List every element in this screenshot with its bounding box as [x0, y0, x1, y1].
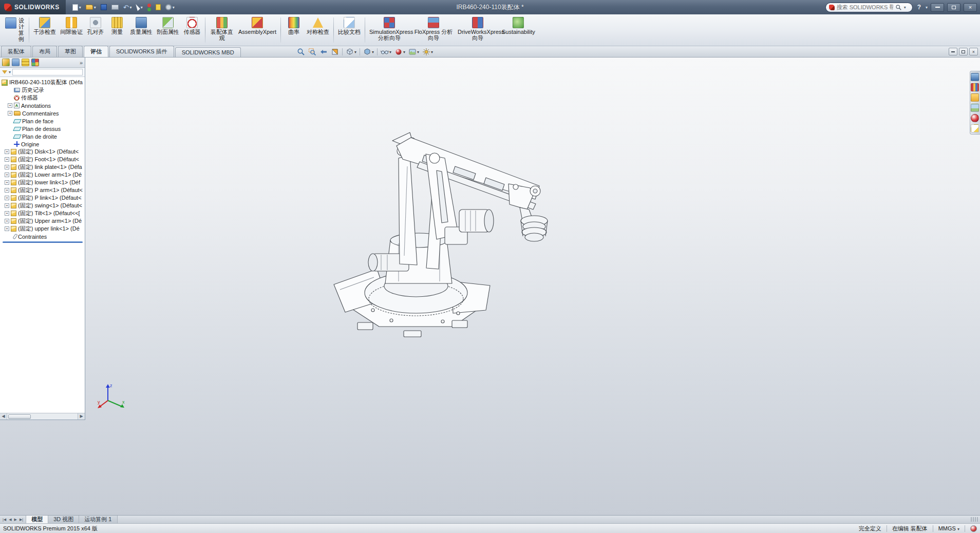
tree-item-component[interactable]: +(固定) Tilt<1> (Défaut<<[ — [2, 210, 85, 217]
tab-evaluate[interactable]: 评估 — [84, 46, 108, 57]
measure-button[interactable]: 测量 — [106, 15, 128, 45]
mass-properties-button[interactable]: 质量属性 — [128, 15, 155, 45]
symmetry-check-button[interactable]: 对称检查 — [305, 15, 331, 45]
last-tab-button[interactable]: ▶| — [18, 518, 24, 522]
expand-icon[interactable]: + — [5, 157, 9, 162]
expand-icon[interactable]: + — [5, 165, 9, 169]
design-study-button[interactable]: 设计算例 — [3, 15, 27, 45]
filter-funnel-icon[interactable] — [2, 70, 7, 74]
status-help-sphere-icon[interactable] — [970, 525, 977, 532]
assemblyxpert-button[interactable]: AssemblyXpert — [236, 15, 278, 45]
tree-item-front-plane[interactable]: Plan de face — [2, 117, 85, 125]
hole-alignment-button[interactable]: 孔对齐 — [85, 15, 106, 45]
file-properties-button[interactable] — [154, 3, 162, 11]
expand-icon[interactable]: + — [5, 226, 9, 231]
sustainability-button[interactable]: Sustainability — [500, 15, 537, 45]
undo-button[interactable]: ↶▾ — [122, 3, 134, 12]
tree-item-history[interactable]: 历史记录 — [2, 86, 85, 94]
tab-assembly[interactable]: 装配体 — [1, 46, 31, 57]
section-view-button[interactable] — [330, 47, 340, 56]
tree-item-component[interactable]: +(固定) Upper arm<1> (Dé — [2, 217, 85, 225]
design-library-tab-icon[interactable] — [971, 83, 979, 91]
robot-3d-model[interactable] — [85, 58, 980, 515]
tree-item-annotations[interactable]: +AAnnotations — [2, 102, 85, 109]
restore-button[interactable] — [947, 3, 960, 12]
interference-check-button[interactable]: 干涉检查 — [31, 15, 58, 45]
tree-item-mates[interactable]: Contraintes — [2, 233, 85, 240]
filter-dropdown[interactable]: ▾ — [9, 70, 11, 74]
sensor-button[interactable]: 传感器 — [181, 15, 203, 45]
custom-properties-tab-icon[interactable] — [971, 124, 979, 132]
tree-item-comments[interactable]: +Commentaires — [2, 109, 85, 117]
save-button[interactable] — [99, 3, 108, 11]
tab-bar-grip[interactable] — [971, 517, 978, 522]
expand-icon[interactable]: + — [8, 103, 12, 108]
doc-close-button[interactable]: × — [969, 48, 978, 55]
tab-mbd[interactable]: SOLIDWORKS MBD — [175, 47, 241, 57]
driveworksxpress-button[interactable]: DriveWorksXpress 向导 — [456, 15, 500, 45]
clearance-verify-button[interactable]: 间隙验证 — [58, 15, 85, 45]
file-explorer-tab-icon[interactable] — [971, 93, 979, 102]
filter-input[interactable] — [12, 69, 83, 75]
tree-item-component[interactable]: +(固定) upper link<1> (Dé — [2, 225, 85, 233]
tree-item-component[interactable]: +(固定) Disk<1> (Défaut< — [2, 148, 85, 156]
expand-icon[interactable]: + — [5, 149, 9, 154]
manager-overflow-chevron[interactable]: » — [80, 60, 83, 66]
apply-scene-button[interactable]: ▾ — [407, 47, 420, 56]
tree-root-assembly[interactable]: IRB460-240-110装配体 (Défa — [2, 79, 85, 86]
print-button[interactable] — [110, 4, 120, 11]
tree-item-component[interactable]: +(固定) P link<1> (Défaut< — [2, 194, 85, 202]
tree-item-component[interactable]: +(固定) P arm<1> (Défaut< — [2, 186, 85, 194]
zoom-to-area-button[interactable] — [307, 47, 317, 56]
expand-icon[interactable]: + — [5, 196, 9, 200]
property-manager-tab-icon[interactable] — [12, 59, 20, 66]
tree-item-component[interactable]: +(固定) Foot<1> (Défaut< — [2, 156, 85, 163]
tree-item-component[interactable]: +(固定) swing<1> (Défaut< — [2, 202, 85, 210]
doc-restore-button[interactable] — [959, 48, 968, 55]
hide-show-items-button[interactable]: ▾ — [380, 47, 392, 56]
expand-icon[interactable]: + — [5, 219, 9, 223]
help-button[interactable]: ? — [916, 4, 922, 11]
next-tab-button[interactable]: ▶ — [13, 518, 18, 522]
configuration-manager-tab-icon[interactable] — [22, 59, 29, 66]
tab-layout[interactable]: 布局 — [32, 46, 57, 57]
view-settings-button[interactable]: ▾ — [421, 47, 434, 56]
curvature-button[interactable]: 曲率 — [283, 15, 305, 45]
display-style-button[interactable]: ▾ — [362, 47, 375, 56]
panel-horizontal-scrollbar[interactable]: ◀ ▶ — [0, 413, 85, 420]
close-button[interactable]: × — [964, 3, 977, 12]
graphics-viewport[interactable]: z x y — [0, 58, 980, 515]
search-input[interactable] — [837, 4, 893, 10]
assembly-visualization-button[interactable]: 装配体直观 — [208, 15, 236, 45]
scroll-left-arrow[interactable]: ◀ — [0, 413, 7, 420]
tree-item-top-plane[interactable]: Plan de dessus — [2, 125, 85, 132]
minimize-button[interactable] — [931, 3, 944, 12]
search-scope-dropdown[interactable]: ▾ — [904, 5, 906, 10]
tab-addins[interactable]: SOLIDWORKS 插件 — [109, 46, 174, 57]
doc-minimize-button[interactable] — [949, 48, 957, 55]
first-tab-button[interactable]: |◀ — [2, 518, 7, 522]
section-properties-button[interactable]: 剖面属性 — [155, 15, 181, 45]
expand-icon[interactable]: + — [5, 188, 9, 193]
select-button[interactable]: ▾ — [135, 3, 144, 12]
tree-item-component[interactable]: +(固定) Lower arm<1> (Dé — [2, 171, 85, 179]
search-icon[interactable] — [895, 4, 902, 11]
tree-item-origin[interactable]: Origine — [2, 140, 85, 148]
display-manager-tab-icon[interactable] — [31, 59, 39, 66]
resources-tab-icon[interactable] — [971, 73, 979, 81]
expand-icon[interactable]: + — [5, 173, 9, 177]
rebuild-button[interactable] — [146, 3, 153, 12]
expand-icon[interactable]: + — [5, 180, 9, 185]
tree-item-right-plane[interactable]: Plan de droite — [2, 132, 85, 140]
tree-item-component[interactable]: +(固定) link plate<1> (Défa — [2, 163, 85, 171]
edit-appearance-button[interactable]: ▾ — [393, 47, 406, 56]
expand-icon[interactable]: + — [5, 211, 9, 216]
scroll-thumb[interactable] — [8, 414, 31, 419]
expand-icon[interactable]: + — [5, 203, 9, 208]
prev-tab-button[interactable]: ◀ — [8, 518, 12, 522]
help-search-box[interactable]: ▾ — [825, 3, 913, 12]
motion-study-tab[interactable]: 运动算例 1 — [79, 516, 117, 523]
open-button[interactable]: ▾ — [84, 4, 98, 11]
view-orientation-button[interactable]: ▾ — [345, 47, 357, 56]
tree-item-component[interactable]: +(固定) lower link<1> (Déf — [2, 179, 85, 186]
